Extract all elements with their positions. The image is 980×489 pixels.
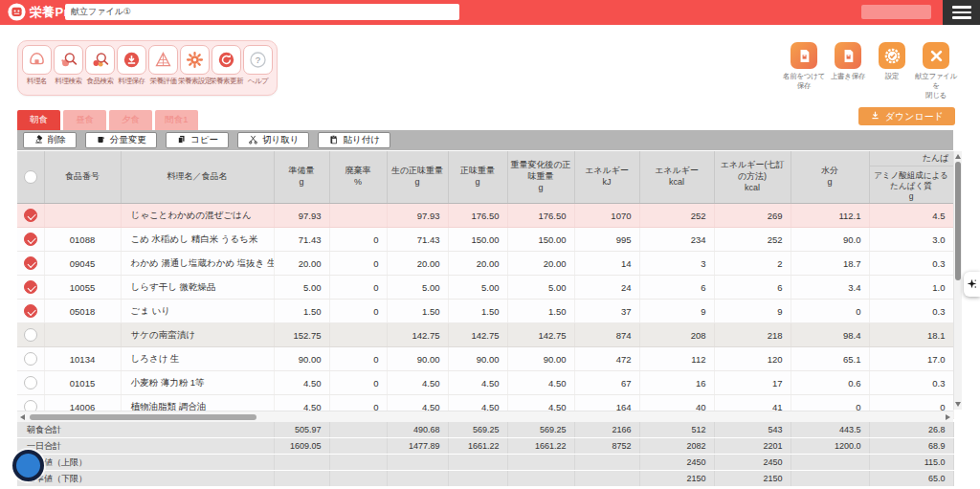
row-checkbox[interactable] — [24, 376, 37, 389]
col-header-prep-amount[interactable]: 準備量g — [274, 151, 329, 204]
select-all-checkbox[interactable] — [24, 170, 37, 184]
col-header-net-weight[interactable]: 正味重量g — [448, 151, 507, 204]
summary-value-water — [791, 471, 869, 487]
summary-value-energy-kcal: 512 — [639, 422, 714, 438]
col-header-dish-food-name[interactable]: 料理名／食品名 — [121, 151, 274, 204]
side-panel-handle[interactable] — [964, 272, 980, 297]
settings-icon — [879, 42, 905, 69]
vertical-scrollbar-thumb[interactable] — [955, 162, 961, 280]
value-cell-waste-rate — [329, 323, 387, 347]
value-cell-protein-amino: 1.0 — [869, 276, 953, 300]
summary-row: 基準値（上限）24502450115.0 — [17, 455, 953, 471]
value-cell-waste-rate: 0 — [329, 228, 387, 252]
col-header-raw-net-weight[interactable]: 生の正味重量g — [387, 151, 448, 204]
user-chip[interactable] — [861, 5, 931, 19]
paste-button[interactable]: 貼り付け — [318, 132, 390, 148]
col-header-water[interactable]: 水分g — [791, 151, 869, 204]
col-header-protein-amino[interactable]: たんぱアミノ酸組成によるたんぱく質g — [869, 151, 953, 204]
copy-button[interactable]: コピー — [166, 132, 229, 148]
settings-button[interactable]: 設定 — [871, 42, 913, 100]
summary-value-raw-net-weight — [387, 471, 448, 487]
value-cell-energy-7th-kcal: 252 — [714, 228, 791, 252]
row-checkbox[interactable] — [24, 304, 37, 318]
value-cell-energy-kj: 472 — [574, 347, 639, 371]
paste-icon — [328, 134, 339, 146]
row-checkbox[interactable] — [24, 280, 37, 294]
scroll-right-arrow-icon[interactable] — [946, 414, 950, 420]
tab-lunch[interactable]: 昼食 — [63, 110, 106, 130]
cut-button[interactable]: 切り取り — [237, 132, 309, 148]
select-all-header-cell — [17, 151, 44, 204]
tool-nutrition-evaluation[interactable]: 栄養評価 — [147, 45, 179, 86]
row-checkbox-cell — [17, 204, 44, 228]
vertical-scrollbar[interactable] — [953, 151, 962, 410]
cut-icon — [248, 134, 258, 146]
food-row[interactable]: 05018ごま いり1.5001.501.501.50379900.3 — [17, 300, 953, 323]
tab-dinner[interactable]: 夕食 — [109, 110, 152, 130]
food-code-cell: 01015 — [44, 371, 121, 395]
food-row[interactable]: 01088こめ 水稲めし 精白米 うるち米71.43071.43150.0015… — [17, 228, 953, 252]
scroll-down-arrow-icon[interactable] — [955, 402, 961, 407]
tool-nutrition-evaluation-label: 栄養評価 — [150, 77, 177, 86]
copy-icon — [176, 134, 187, 146]
app-window: 栄養Pro Cloud 料理名料理検索食品検索料理保存栄養評価栄養素設定栄養素更… — [0, 0, 980, 489]
summary-value-net-weight-after-change — [507, 455, 574, 471]
tool-food-search[interactable]: 食品検索 — [84, 45, 116, 86]
summary-value-raw-net-weight: 1477.89 — [387, 438, 448, 455]
horizontal-scrollbar-thumb[interactable] — [30, 414, 256, 420]
meal-tabs: 朝食昼食夕食間食1 — [17, 110, 198, 130]
close-file-button[interactable]: 献立ファイルを 閉じる — [915, 42, 957, 100]
col-header-food-code[interactable]: 食品番号 — [44, 151, 121, 204]
tab-snack-1[interactable]: 間食1 — [155, 110, 198, 130]
row-checkbox[interactable] — [24, 328, 37, 342]
food-name-cell: しらす干し 微乾燥品 — [121, 276, 274, 300]
delete-button-label: 削除 — [48, 134, 66, 146]
value-cell-waste-rate — [329, 204, 387, 228]
tool-help[interactable]: ?ヘルプ — [242, 45, 274, 86]
col-header-energy-kcal[interactable]: エネルギーkcal — [639, 151, 714, 204]
row-checkbox[interactable] — [24, 256, 37, 270]
scroll-left-arrow-icon[interactable] — [20, 414, 25, 420]
scroll-up-arrow-icon[interactable] — [955, 154, 961, 159]
tool-nutrient-update[interactable]: 栄養素更新 — [211, 45, 242, 86]
summary-value-energy-kcal: 2150 — [639, 471, 714, 487]
value-cell-prep-amount: 20.00 — [274, 252, 329, 276]
col-header-energy-kj[interactable]: エネルギーkJ — [574, 151, 639, 204]
row-checkbox[interactable] — [24, 233, 37, 246]
dish-row[interactable]: サケの南蛮漬け152.75142.75142.75142.75874208218… — [17, 323, 953, 347]
overwrite-save-button[interactable]: 上書き保存 — [827, 42, 869, 100]
food-row[interactable]: 10134しろさけ 生90.00090.0090.0090.0047211212… — [17, 347, 953, 371]
food-row[interactable]: 10055しらす干し 微乾燥品5.0005.005.005.0024663.41… — [17, 276, 953, 300]
save-as-button-label: 名前をつけて 保存 — [783, 72, 825, 91]
tool-palette: 料理名料理検索食品検索料理保存栄養評価栄養素設定栄養素更新?ヘルプ — [17, 40, 278, 96]
amount-change-button[interactable]: 分量変更 — [85, 132, 157, 148]
value-cell-prep-amount: 4.50 — [274, 371, 329, 395]
dish-row[interactable]: じゃことわかめの混ぜごはん97.9397.93176.50176.5010702… — [17, 204, 953, 228]
food-name-cell: わかめ 湯通し塩蔵わかめ 塩抜き 生 — [121, 252, 274, 276]
tool-dish-search[interactable]: 料理検索 — [53, 45, 84, 86]
col-header-waste-rate[interactable]: 廃棄率% — [329, 151, 387, 204]
menu-file-name-input[interactable] — [65, 4, 459, 20]
value-cell-waste-rate: 0 — [329, 300, 387, 323]
col-header-energy-7th-kcal[interactable]: エネルギー(七訂の方法)kcal — [714, 151, 791, 204]
value-cell-energy-kj: 874 — [574, 323, 639, 347]
summary-value-protein-amino: 26.8 — [869, 422, 953, 438]
hamburger-menu-button[interactable] — [943, 0, 980, 25]
food-row[interactable]: 01015小麦粉 薄力粉 1等4.5004.504.504.506716170.… — [17, 371, 953, 395]
tab-breakfast[interactable]: 朝食 — [17, 110, 60, 130]
value-cell-energy-kj: 995 — [574, 228, 639, 252]
row-checkbox[interactable] — [24, 352, 37, 366]
summary-value-net-weight — [448, 471, 507, 487]
row-checkbox[interactable] — [24, 209, 37, 222]
tool-dish-save[interactable]: 料理保存 — [116, 45, 147, 86]
value-cell-prep-amount: 1.50 — [274, 300, 329, 323]
app-logo-icon — [8, 3, 26, 21]
col-header-net-weight-after-change[interactable]: 重量変化後の正味重量g — [507, 151, 574, 204]
value-cell-net-weight-after-change: 4.50 — [507, 371, 574, 395]
download-button[interactable]: ダウンロード — [858, 107, 955, 125]
food-row[interactable]: 09045わかめ 湯通し塩蔵わかめ 塩抜き 生20.00020.0020.002… — [17, 252, 953, 276]
delete-button[interactable]: 削除 — [23, 132, 77, 148]
save-as-button[interactable]: 名前をつけて 保存 — [783, 42, 825, 100]
tool-nutrient-settings[interactable]: 栄養素設定 — [179, 45, 211, 86]
tool-dish-name[interactable]: 料理名 — [21, 45, 53, 86]
